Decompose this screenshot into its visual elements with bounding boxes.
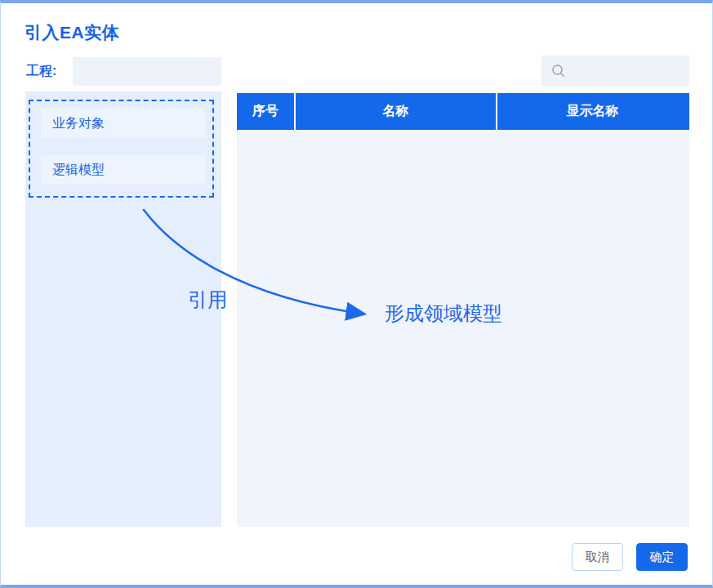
search-box[interactable] (541, 56, 689, 87)
cancel-button[interactable]: 取消 (572, 543, 623, 571)
project-input[interactable] (73, 57, 221, 86)
import-ea-entity-dialog: 引入EA实体 工程: 业务对象 逻辑模型 序号 名称 显示名称 引用 形成领域 (0, 0, 713, 588)
table-body[interactable] (237, 130, 689, 527)
entity-type-group: 业务对象 逻辑模型 (29, 100, 214, 198)
table-header-display-name: 显示名称 (496, 93, 688, 130)
project-label: 工程: (26, 63, 56, 80)
confirm-button[interactable]: 确定 (636, 543, 688, 571)
table-header-row: 序号 名称 显示名称 (237, 93, 689, 130)
table-header-name: 名称 (294, 93, 496, 130)
arrow-annotation-label: 引用 (188, 287, 227, 313)
dialog-footer: 取消 确定 (572, 543, 688, 571)
domain-model-annotation-label: 形成领域模型 (385, 301, 502, 327)
table-header-index: 序号 (237, 93, 294, 130)
sidebar-item-business-object[interactable]: 业务对象 (41, 109, 206, 138)
search-input[interactable] (567, 56, 713, 87)
dialog-title: 引入EA实体 (25, 21, 119, 44)
search-icon (550, 63, 567, 79)
sidebar-item-logical-model[interactable]: 逻辑模型 (41, 155, 206, 185)
